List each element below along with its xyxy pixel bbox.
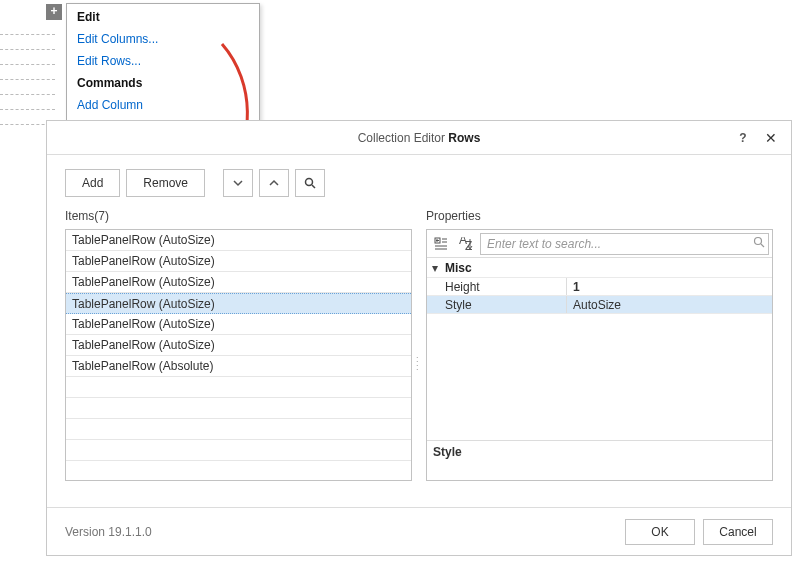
alphabetical-view-button[interactable]: AZ xyxy=(455,233,477,255)
search-toggle-button[interactable] xyxy=(295,169,325,197)
collection-editor-dialog: Collection Editor Rows ? ✕ Add Remove It… xyxy=(46,120,792,556)
dialog-footer: Version 19.1.1.0 OK Cancel xyxy=(47,507,791,555)
list-item[interactable] xyxy=(66,461,411,481)
properties-search-input[interactable] xyxy=(480,233,769,255)
items-header: Items(7) xyxy=(65,207,412,229)
properties-grid[interactable]: ▾ Misc Height 1 Style AutoSize xyxy=(427,258,772,440)
list-item[interactable] xyxy=(66,377,411,398)
property-value: AutoSize xyxy=(567,296,772,313)
add-glyph-icon[interactable]: + xyxy=(46,4,62,20)
list-item[interactable]: TablePanelRow (AutoSize) xyxy=(66,335,411,356)
svg-point-12 xyxy=(755,237,762,244)
menu-edit-rows[interactable]: Edit Rows... xyxy=(67,50,259,72)
help-button[interactable]: ? xyxy=(733,128,753,148)
property-row-height[interactable]: Height 1 xyxy=(427,278,772,296)
categorized-icon xyxy=(434,237,448,251)
items-list[interactable]: TablePanelRow (AutoSize)TablePanelRow (A… xyxy=(65,229,412,481)
scroll-indicator-icon: ···· xyxy=(416,355,421,371)
chevron-down-icon xyxy=(233,178,243,188)
properties-toolbar: AZ xyxy=(427,230,772,258)
category-name: Misc xyxy=(443,261,472,275)
menu-add-column[interactable]: Add Column xyxy=(67,94,259,116)
property-row-style[interactable]: Style AutoSize xyxy=(427,296,772,314)
search-icon xyxy=(753,236,765,248)
list-item[interactable] xyxy=(66,398,411,419)
svg-text:Z: Z xyxy=(465,239,472,251)
ok-button[interactable]: OK xyxy=(625,519,695,545)
dialog-toolbar: Add Remove xyxy=(47,155,791,207)
move-up-button[interactable] xyxy=(259,169,289,197)
property-name: Style xyxy=(427,296,567,313)
list-item[interactable]: TablePanelRow (Absolute) xyxy=(66,356,411,377)
context-menu-group-commands: Commands xyxy=(67,72,259,94)
svg-line-1 xyxy=(312,185,315,188)
dialog-title-prefix: Collection Editor xyxy=(358,131,449,145)
close-button[interactable]: ✕ xyxy=(761,128,781,148)
list-item[interactable]: TablePanelRow (AutoSize) xyxy=(66,314,411,335)
context-menu-group-edit: Edit xyxy=(67,6,259,28)
add-button[interactable]: Add xyxy=(65,169,120,197)
list-item[interactable] xyxy=(66,440,411,461)
menu-edit-columns[interactable]: Edit Columns... xyxy=(67,28,259,50)
list-item[interactable]: TablePanelRow (AutoSize) xyxy=(66,251,411,272)
list-item[interactable] xyxy=(66,419,411,440)
list-item[interactable]: TablePanelRow (AutoSize) xyxy=(66,230,411,251)
property-category-row[interactable]: ▾ Misc xyxy=(427,258,772,278)
dialog-titlebar: Collection Editor Rows ? ✕ xyxy=(47,121,791,155)
property-description-title: Style xyxy=(427,440,772,480)
designer-background-rows xyxy=(0,20,55,125)
dialog-title-bold: Rows xyxy=(448,131,480,145)
collapse-toggle-icon[interactable]: ▾ xyxy=(427,261,443,275)
categorized-view-button[interactable] xyxy=(430,233,452,255)
property-value: 1 xyxy=(573,280,580,294)
move-down-button[interactable] xyxy=(223,169,253,197)
sort-az-icon: AZ xyxy=(459,237,473,251)
properties-header: Properties xyxy=(426,207,773,229)
version-label: Version 19.1.1.0 xyxy=(65,525,617,539)
list-item[interactable]: TablePanelRow (AutoSize) xyxy=(66,293,411,314)
remove-button[interactable]: Remove xyxy=(126,169,205,197)
chevron-up-icon xyxy=(269,178,279,188)
cancel-button[interactable]: Cancel xyxy=(703,519,773,545)
svg-point-0 xyxy=(306,179,313,186)
list-item[interactable]: TablePanelRow (AutoSize) xyxy=(66,272,411,293)
svg-line-13 xyxy=(761,244,764,247)
search-icon xyxy=(304,177,316,189)
properties-panel: AZ ▾ Misc xyxy=(426,229,773,481)
property-name: Height xyxy=(427,278,567,295)
dialog-title: Collection Editor Rows xyxy=(358,131,481,145)
